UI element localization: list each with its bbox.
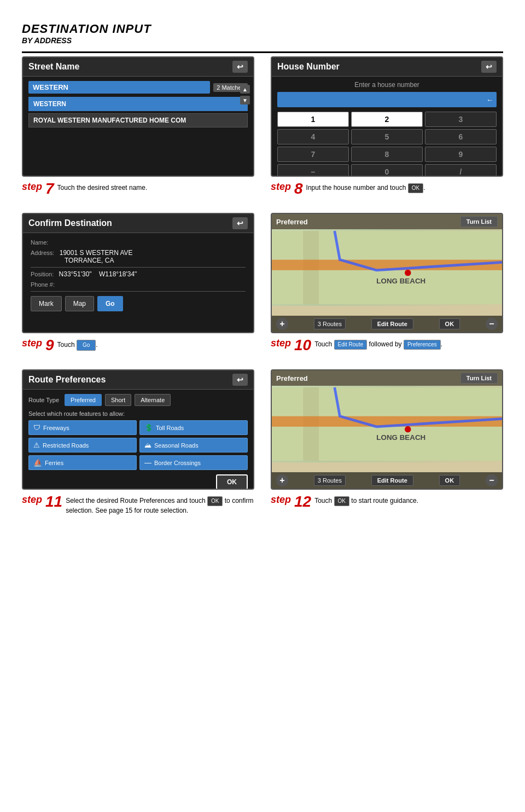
step-10-routes-btn[interactable]: 3 Routes xyxy=(314,318,346,329)
step-9-go-inline: Go xyxy=(77,340,96,351)
feature-border-crossings[interactable]: — Border Crossings xyxy=(139,455,248,470)
step-9-screen: Confirm Destination ↩ Name: Address: 190… xyxy=(22,213,254,333)
page-header: DESTINATION INPUT BY ADDRESS xyxy=(22,22,503,53)
step-8-word: step xyxy=(271,181,291,193)
freeways-icon: 🛡 xyxy=(33,424,40,432)
feature-border-crossings-label: Border Crossings xyxy=(154,460,201,466)
step-11-route-type-label: Route Type xyxy=(28,397,59,403)
step-10-city-label: LONG BEACH xyxy=(376,277,425,285)
svg-point-8 xyxy=(405,426,411,432)
step-12-routes-btn[interactable]: 3 Routes xyxy=(314,475,346,486)
step-9-address-line2: TORRANCE, CA xyxy=(65,257,114,264)
step-9-map-btn[interactable]: Map xyxy=(65,296,94,311)
ferries-icon: ⛵ xyxy=(33,459,42,467)
numkey-1[interactable]: 1 xyxy=(277,112,349,127)
step-8-block: House Number ↩ Enter a house number ← 1 … xyxy=(271,56,503,196)
step-11-ok-inline: OK xyxy=(207,496,223,506)
step-7-result-2[interactable]: ROYAL WESTERN MANUFACTURED HOME COM xyxy=(28,113,248,127)
step-10-zoom-in[interactable]: + xyxy=(276,318,288,330)
feature-freeways-label: Freeways xyxy=(43,425,69,431)
step-11-route-type-row: Route Type Preferred Short Alternate xyxy=(28,394,248,406)
step-10-bottom-bar: + 3 Routes Edit Route OK − xyxy=(272,316,502,332)
numkey-7: 7 xyxy=(277,147,349,162)
feature-toll-roads[interactable]: 💲 Toll Roads xyxy=(139,420,248,435)
step-12-map-body: LONG BEACH xyxy=(272,386,502,462)
step-9-divider xyxy=(31,267,246,268)
step-9-screen-header: Confirm Destination ↩ xyxy=(23,214,253,233)
feature-seasonal-roads[interactable]: ⛰ Seasonal Roads xyxy=(139,438,248,453)
feature-restricted-label: Restricted Roads xyxy=(43,442,89,449)
step-11-num: 11 xyxy=(45,494,62,509)
step-10-edit-route-btn[interactable]: Edit Route xyxy=(371,318,413,329)
step-8-numpad: 1 2 3 4 5 6 7 8 9 – 0 / xyxy=(277,112,497,177)
step-12-ok-inline: OK xyxy=(334,496,349,506)
step-9-mark-btn[interactable]: Mark xyxy=(31,296,62,311)
step-12-turn-list-btn[interactable]: Turn List xyxy=(460,373,498,384)
step-9-go-btn[interactable]: Go xyxy=(97,296,123,311)
step-8-screen: House Number ↩ Enter a house number ← 1 … xyxy=(271,56,503,177)
step-11-features-label: Select which route features to allow: xyxy=(28,410,248,417)
step-9-position-lat: N33°51'30" xyxy=(59,270,92,278)
step-7-search-input[interactable]: WESTERN xyxy=(28,81,210,94)
step-11-alternate-btn[interactable]: Alternate xyxy=(135,394,171,406)
step-9-btns: Mark Map Go xyxy=(31,296,246,311)
step-9-back-button[interactable]: ↩ xyxy=(232,217,248,229)
step-11-ok-btn[interactable]: OK xyxy=(216,474,248,490)
step-11-ok-row: OK xyxy=(28,474,248,490)
step-7-label-row: step 7 Touch the desired street name. xyxy=(22,181,254,196)
step-7-screen-header: Street Name ↩ xyxy=(23,57,253,77)
scroll-down-icon[interactable]: ▼ xyxy=(240,96,250,105)
feature-restricted-roads[interactable]: ⚠ Restricted Roads xyxy=(28,438,137,453)
step-7-word: step xyxy=(22,181,42,193)
step-11-features-grid: 🛡 Freeways 💲 Toll Roads ⚠ Restricted Roa… xyxy=(28,420,248,470)
restricted-icon: ⚠ xyxy=(33,441,40,449)
step-7-desc: Touch the desired street name. xyxy=(57,181,148,193)
numkey-dash: – xyxy=(277,164,349,177)
step-12-edit-route-btn[interactable]: Edit Route xyxy=(371,475,413,486)
numkey-4: 4 xyxy=(277,129,349,144)
step-8-label-row: step 8 Input the house number and touch … xyxy=(271,181,503,196)
step-7-back-button[interactable]: ↩ xyxy=(232,61,248,73)
step-12-block: Preferred Turn List 1.8mi GPS 13 mi 15 m… xyxy=(271,369,503,515)
numkey-9: 9 xyxy=(425,147,497,162)
step-8-screen-header: House Number ↩ xyxy=(272,57,502,77)
step-8-input-display[interactable]: ← xyxy=(277,92,497,107)
step-9-label-row: step 9 Touch Go. xyxy=(22,338,254,353)
step-11-back-button[interactable]: ↩ xyxy=(232,374,248,386)
step-11-desc: Select the desired Route Preferences and… xyxy=(66,494,254,515)
step-10-label-row: step 10 Touch Edit Route followed by Pre… xyxy=(271,338,503,353)
step-10-word: step xyxy=(271,338,291,349)
numkey-2[interactable]: 2 xyxy=(351,112,423,127)
step-11-short-btn[interactable]: Short xyxy=(105,394,131,406)
step-10-turn-list-btn[interactable]: Turn List xyxy=(460,216,498,227)
step-12-num: 12 xyxy=(294,494,311,509)
feature-ferries-label: Ferries xyxy=(45,460,63,466)
seasonal-icon: ⛰ xyxy=(144,441,151,449)
page-subtitle: BY ADDRESS xyxy=(22,36,503,45)
step-7-result-1[interactable]: WESTERN xyxy=(28,97,248,111)
step-10-zoom-out[interactable]: − xyxy=(486,318,498,330)
svg-point-3 xyxy=(405,270,411,276)
numkey-8: 8 xyxy=(351,147,423,162)
feature-seasonal-label: Seasonal Roads xyxy=(154,442,199,449)
scroll-up-icon[interactable]: ▲ xyxy=(240,85,250,94)
step-10-block: Preferred Turn List 1.8mi GPS 13 mi 15 m… xyxy=(271,213,503,353)
step-12-zoom-out[interactable]: − xyxy=(486,474,498,486)
numkey-5: 5 xyxy=(351,129,423,144)
step-10-top-bar: Preferred Turn List xyxy=(272,214,502,229)
step-10-ok-btn[interactable]: OK xyxy=(439,318,460,329)
feature-ferries[interactable]: ⛵ Ferries xyxy=(28,455,137,470)
numkey-6: 6 xyxy=(425,129,497,144)
toll-roads-icon: 💲 xyxy=(144,424,153,432)
step-9-divider2 xyxy=(31,291,246,292)
step-9-address-label: Address: xyxy=(31,250,54,256)
step-9-position-lon: W118°18'34" xyxy=(99,270,137,278)
step-8-back-button[interactable]: ↩ xyxy=(481,61,497,73)
step-12-zoom-in[interactable]: + xyxy=(276,474,288,486)
step-12-screen: Preferred Turn List 1.8mi GPS 13 mi 15 m… xyxy=(271,369,503,490)
step-12-ok-btn[interactable]: OK xyxy=(439,475,460,486)
feature-freeways[interactable]: 🛡 Freeways xyxy=(28,420,137,435)
step-11-preferred-btn[interactable]: Preferred xyxy=(65,394,102,406)
step-7-num: 7 xyxy=(45,181,54,196)
step-9-block: Confirm Destination ↩ Name: Address: 190… xyxy=(22,213,254,353)
